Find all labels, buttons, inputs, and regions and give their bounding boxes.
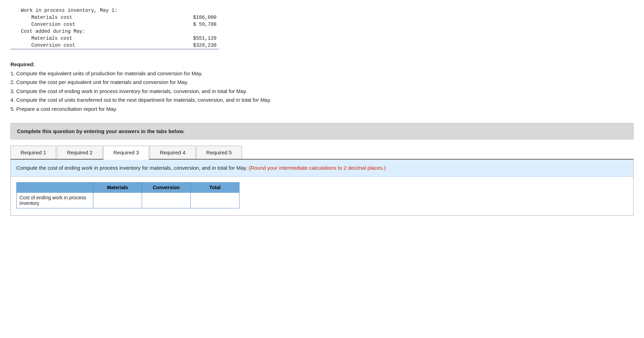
input-cell-0-0[interactable] <box>93 193 142 208</box>
required-item: 1. Compute the equivalent units of produ… <box>10 69 634 78</box>
tab-req3[interactable]: Required 3 <box>103 146 149 160</box>
required-item: 4. Compute the cost of units transferred… <box>10 95 634 105</box>
answer-table-row: Cost of ending work in process inventory <box>17 193 239 208</box>
inventory-row: Conversion cost$328,230 <box>10 42 219 49</box>
required-items-list: 1. Compute the equivalent units of produ… <box>10 69 634 114</box>
inventory-title-row: Work in process inventory, May 1: <box>10 7 219 14</box>
instruction-bar: Compute the cost of ending work in proce… <box>11 160 633 177</box>
required-item: 3. Compute the cost of ending work in pr… <box>10 87 634 96</box>
answer-input-0-2[interactable] <box>191 194 239 206</box>
required-section: Required: 1. Compute the equivalent unit… <box>10 60 634 113</box>
inventory-row: Materials cost$551,120 <box>10 35 219 42</box>
tab-req5[interactable]: Required 5 <box>196 146 242 159</box>
row-label-0: Cost of ending work in process inventory <box>17 193 93 208</box>
required-heading: Required: <box>10 61 35 67</box>
inventory-row: Materials cost$106,000 <box>10 14 219 21</box>
answer-input-0-1[interactable] <box>142 194 190 206</box>
answer-table-wrapper: MaterialsConversionTotalCost of ending w… <box>11 177 633 215</box>
column-header-materials: Materials <box>93 183 142 193</box>
column-header-total: Total <box>191 183 239 193</box>
answer-table: MaterialsConversionTotalCost of ending w… <box>16 182 239 208</box>
column-header-empty <box>17 183 93 193</box>
complete-box-text: Complete this question by entering your … <box>17 128 184 134</box>
tab-req2[interactable]: Required 2 <box>57 146 102 159</box>
inventory-row: Cost added during May: <box>10 28 219 35</box>
instruction-note: (Round your intermediate calculations to… <box>249 165 386 171</box>
input-cell-0-2[interactable] <box>191 193 239 208</box>
tab-req1[interactable]: Required 1 <box>10 146 56 159</box>
required-item: 2. Compute the cost per equivalent unit … <box>10 78 634 87</box>
required-item: 5. Prepare a cost reconciliation report … <box>10 105 634 114</box>
tab-content-area: Compute the cost of ending work in proce… <box>10 160 634 216</box>
inventory-table: Work in process inventory, May 1:Materia… <box>10 7 219 49</box>
instruction-main: Compute the cost of ending work in proce… <box>16 165 247 171</box>
inventory-row: Conversion cost$ 59,700 <box>10 21 219 28</box>
input-cell-0-1[interactable] <box>142 193 191 208</box>
tabs-row: Required 1Required 2Required 3Required 4… <box>10 146 634 160</box>
complete-box: Complete this question by entering your … <box>10 123 634 139</box>
column-header-conversion: Conversion <box>142 183 191 193</box>
answer-input-0-0[interactable] <box>93 194 142 206</box>
tab-req4[interactable]: Required 4 <box>150 146 195 159</box>
